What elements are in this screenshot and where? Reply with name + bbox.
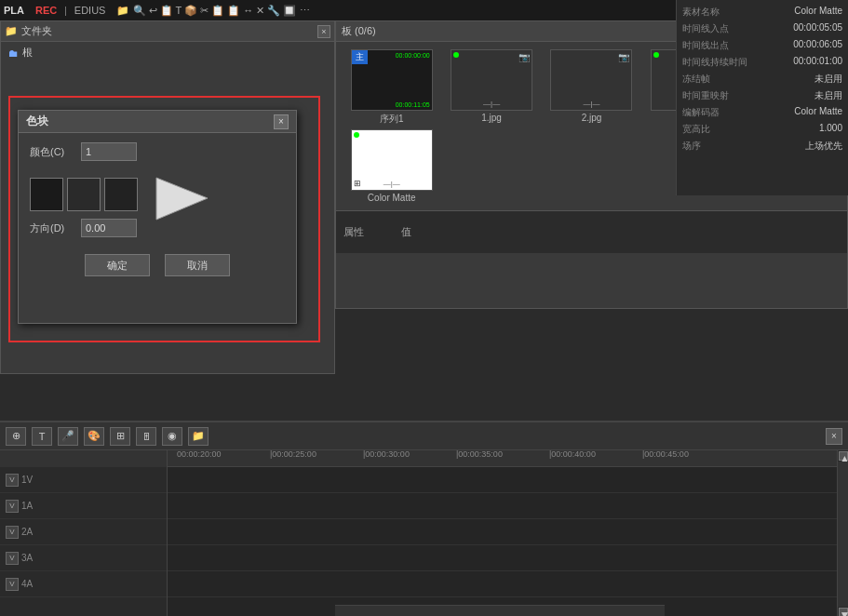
info-val-6: Color Matte xyxy=(794,106,842,119)
direction-row: 方向(D) xyxy=(30,219,138,237)
timeline-track-2 xyxy=(168,493,837,519)
color-dialog-close[interactable]: × xyxy=(274,114,289,129)
ruler-mark-2: |00:00:25:00 xyxy=(270,450,316,459)
vscroll-track[interactable] xyxy=(838,462,848,607)
folder-icon: 📁 xyxy=(5,25,18,37)
asset-item-2jpg[interactable]: 📷 —|— 2.jpg xyxy=(544,49,639,126)
swatch-3[interactable] xyxy=(104,178,138,211)
track-btn-4[interactable]: V xyxy=(6,552,19,565)
info-key-0: 素材名称 xyxy=(682,6,747,19)
track-label-4: V 3A xyxy=(0,545,167,571)
info-key-5: 时间重映射 xyxy=(682,89,747,102)
cancel-button[interactable]: 取消 xyxy=(165,254,230,276)
ruler-mark-1: 00:00:20:00 xyxy=(177,450,222,459)
tl-tool-circle[interactable]: ◉ xyxy=(162,427,182,446)
asset-item-colormatte[interactable]: ⊞ —|— Color Matte xyxy=(343,129,439,203)
rec-badge: REC xyxy=(35,5,57,16)
track-btn-2[interactable]: V xyxy=(6,500,19,513)
vscroll-down[interactable]: ▼ xyxy=(839,608,848,616)
info-val-3: 00:00:01:00 xyxy=(793,56,842,69)
timeline-main-content: 00:00:20:00 |00:00:25:00 |00:00:30:00 |0… xyxy=(168,450,837,616)
info-row-8: 场序 上场优先 xyxy=(682,138,842,154)
tl-tool-mixer[interactable]: 🎚 xyxy=(136,427,156,446)
ruler-mark-4: |00:00:35:00 xyxy=(456,450,503,459)
green-indicator-3 xyxy=(653,52,659,58)
file-panel-title: 文件夹 xyxy=(21,24,52,38)
cam-icon-2: 📷 xyxy=(618,52,629,62)
track-btn-3[interactable]: V xyxy=(6,526,19,539)
timeline-close-btn[interactable]: × xyxy=(826,428,842,445)
info-row-3: 时间线持续时间 00:00:01:00 xyxy=(682,54,842,71)
vscroll-up[interactable]: ▲ xyxy=(839,451,848,461)
info-val-7: 1.000 xyxy=(819,123,842,136)
info-row-0: 素材名称 Color Matte xyxy=(682,4,842,20)
track-btn-1[interactable]: V xyxy=(6,474,19,487)
seq-time-out: 00:00:11:05 xyxy=(396,101,430,108)
ok-button[interactable]: 确定 xyxy=(85,254,150,276)
file-panel: 📁 文件夹 × 🖿 根 色块 × 颜色(C) xyxy=(0,20,335,374)
timeline-toolbar: ⊕ T 🎤 🎨 ⊞ 🎚 ◉ 📁 × xyxy=(0,422,848,450)
tl-tool-color[interactable]: 🎨 xyxy=(84,427,104,446)
tl-tool-mic[interactable]: 🎤 xyxy=(58,427,78,446)
tree-root-label: 根 xyxy=(22,46,33,60)
swatch-2[interactable] xyxy=(67,178,101,211)
info-val-5: 未启用 xyxy=(814,89,842,102)
info-row-6: 编解码器 Color Matte xyxy=(682,104,842,121)
seq-overlay: 主 xyxy=(352,50,368,64)
photo2-thumb: 📷 —|— xyxy=(550,49,632,111)
file-panel-close[interactable]: × xyxy=(317,25,330,38)
color-input[interactable] xyxy=(81,142,137,161)
timeline-scrollbar[interactable] xyxy=(335,605,665,616)
track-label-ruler xyxy=(0,450,167,467)
swatch-1[interactable] xyxy=(30,178,63,211)
asset-label-1jpg: 1.jpg xyxy=(481,113,502,123)
track-label-2: V 1A xyxy=(0,493,167,519)
ruler-mark-6: |00:00:45:00 xyxy=(642,450,689,459)
arrow-preview xyxy=(149,170,214,226)
track-btn-5[interactable]: V xyxy=(6,578,19,591)
prop-col-attr: 属性 xyxy=(343,225,364,239)
green-indicator-1 xyxy=(453,52,459,58)
info-key-1: 时间线入点 xyxy=(682,22,747,35)
edius-label: EDIUS xyxy=(74,5,106,16)
track-label-1: V 1V xyxy=(0,467,167,493)
info-key-6: 编解码器 xyxy=(682,106,747,119)
file-panel-header: 📁 文件夹 × xyxy=(1,21,334,42)
folder-tree[interactable]: 🖿 根 xyxy=(1,42,334,63)
cam-icon-1: 📷 xyxy=(518,52,530,62)
ruler-mark-5: |00:00:40:00 xyxy=(549,450,596,459)
asset-label-seq: 序列1 xyxy=(380,113,404,126)
direction-input[interactable] xyxy=(81,219,137,237)
info-row-4: 冻结帧 未启用 xyxy=(682,71,842,87)
tl-tool-text[interactable]: T xyxy=(32,427,52,446)
timeline-vscrollbar[interactable]: ▲ ▼ xyxy=(837,450,848,616)
track-label-3: V 2A xyxy=(0,519,167,545)
photo1-thumb: 📷 —|— xyxy=(451,49,532,111)
tl-tool-1[interactable]: ⊕ xyxy=(6,427,26,446)
timeline-track-3 xyxy=(168,519,837,545)
info-val-1: 00:00:05:05 xyxy=(793,22,842,35)
color-dialog-body: 颜色(C) 方向(D) xyxy=(19,133,296,286)
colormatte-thumb: ⊞ —|— xyxy=(351,129,433,191)
timeline-track-1 xyxy=(168,467,837,493)
tl-tool-grid[interactable]: ⊞ xyxy=(110,427,130,446)
color-row: 颜色(C) xyxy=(30,142,285,161)
asset-item-sequence[interactable]: 主 00:00:00:00 00:00:11:05 序列1 xyxy=(343,49,439,126)
asset-item-1jpg[interactable]: 📷 —|— 1.jpg xyxy=(443,49,539,126)
color-dialog-titlebar: 色块 × xyxy=(19,111,296,133)
ruler-mark-3: |00:00:30:00 xyxy=(363,450,410,459)
info-key-3: 时间线持续时间 xyxy=(682,56,747,69)
track-label-5: V 4A xyxy=(0,571,167,597)
tree-icon: 🖿 xyxy=(8,47,19,59)
info-row-2: 时间线出点 00:00:06:05 xyxy=(682,37,842,54)
separator: | xyxy=(64,6,67,16)
color-dialog-title-text: 色块 xyxy=(26,114,48,129)
tl-tool-folder[interactable]: 📁 xyxy=(188,427,209,446)
direction-label: 方向(D) xyxy=(30,221,81,235)
swatches-group: 方向(D) xyxy=(30,170,138,237)
svg-marker-0 xyxy=(156,178,208,220)
info-panel: 素材名称 Color Matte 时间线入点 00:00:05:05 时间线出点… xyxy=(676,0,848,195)
info-val-0: Color Matte xyxy=(794,6,842,19)
color-dialog: 色块 × 颜色(C) xyxy=(18,110,297,324)
info-key-8: 场序 xyxy=(682,140,747,153)
